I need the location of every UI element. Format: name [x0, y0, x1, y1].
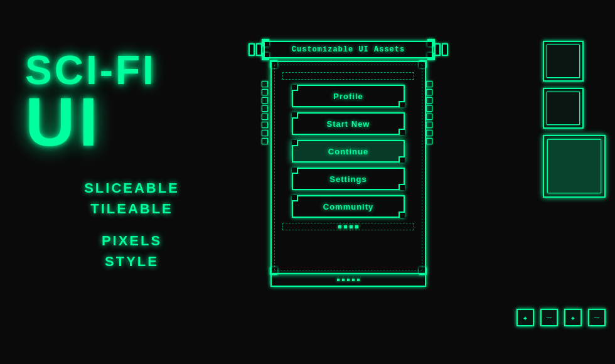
icon-button-star[interactable]: ✦ [516, 309, 534, 326]
main-panel-corner-tr [419, 60, 427, 68]
tb-seg-3 [434, 43, 441, 56]
strip-pixel [262, 97, 268, 104]
mini-dot-2 [344, 225, 347, 228]
deco-box-small-2 [543, 88, 584, 129]
community-button[interactable]: Community [292, 195, 405, 218]
subtitle-block: SLICEABLE TILEABLE PIXELS STYLE [25, 178, 238, 272]
strip-pixel [262, 138, 268, 144]
strip-pixel [426, 89, 432, 95]
subtitle-pixels: PIXELS [25, 230, 238, 251]
bottom-bar [270, 274, 426, 287]
bottom-dot-5 [357, 279, 360, 281]
title-bar-left-connectors [249, 43, 262, 56]
icon-button-star2[interactable]: ✦ [564, 309, 582, 326]
main-panel-corner-tl [270, 60, 277, 68]
corner-tl [262, 39, 269, 46]
strip-pixel [262, 130, 268, 136]
strip-pixel [426, 105, 432, 112]
tb-seg-4 [442, 43, 448, 56]
icon-buttons-row: ✦ — ✦ — [516, 309, 606, 326]
right-pixel-strip [426, 81, 435, 144]
left-section: SCI-FI UI SLICEABLE TILEABLE PIXELS STYL… [25, 50, 238, 272]
left-pixel-strip [262, 81, 270, 144]
continue-button[interactable]: Continue [292, 140, 405, 163]
strip-pixel [426, 81, 432, 87]
strip-pixel [426, 97, 432, 104]
bottom-dot-2 [342, 279, 345, 281]
bottom-dot-3 [347, 279, 350, 281]
strip-pixel [262, 81, 268, 87]
sub-top-bar [282, 72, 414, 80]
title-ui: UI [25, 90, 238, 153]
subtitle-sliceable: SLICEABLE [25, 178, 238, 198]
strip-pixel [426, 130, 432, 136]
settings-button[interactable]: Settings [292, 168, 405, 190]
tb-seg-1 [249, 43, 255, 56]
main-panel: Profile Start New Continue Settings Comm… [270, 61, 426, 274]
subtitle-tileable: TILEABLE [25, 198, 238, 219]
corner-bl [262, 53, 269, 60]
panel-title-bar: Customizable UI Assets [264, 41, 433, 58]
strip-pixel [262, 89, 268, 95]
mini-dot-4 [355, 225, 358, 228]
bottom-dot-1 [337, 279, 340, 281]
bottom-dot-4 [352, 279, 355, 281]
sub-bottom-bar [282, 223, 414, 230]
subtitle-style: STYLE [25, 251, 238, 272]
mini-dot-3 [350, 225, 353, 228]
profile-button[interactable]: Profile [292, 85, 405, 107]
strip-pixel [262, 114, 268, 120]
strip-pixel [262, 105, 268, 112]
center-section: Customizable UI Assets [264, 41, 433, 287]
icon-button-minus[interactable]: — [540, 309, 558, 326]
strip-pixel [426, 122, 432, 128]
strip-pixel [426, 138, 432, 144]
strip-pixel [426, 114, 432, 120]
strip-pixel [262, 122, 268, 128]
mini-dot-1 [338, 225, 341, 228]
start-new-button[interactable]: Start New [292, 112, 405, 135]
right-section [543, 41, 602, 198]
deco-box-large [543, 135, 606, 198]
bottom-dots [337, 279, 360, 281]
title-bar-text: Customizable UI Assets [292, 45, 405, 54]
icon-button-minus2[interactable]: — [588, 309, 606, 326]
title-bar-right-connectors [434, 43, 448, 56]
deco-box-small-1 [543, 41, 584, 82]
